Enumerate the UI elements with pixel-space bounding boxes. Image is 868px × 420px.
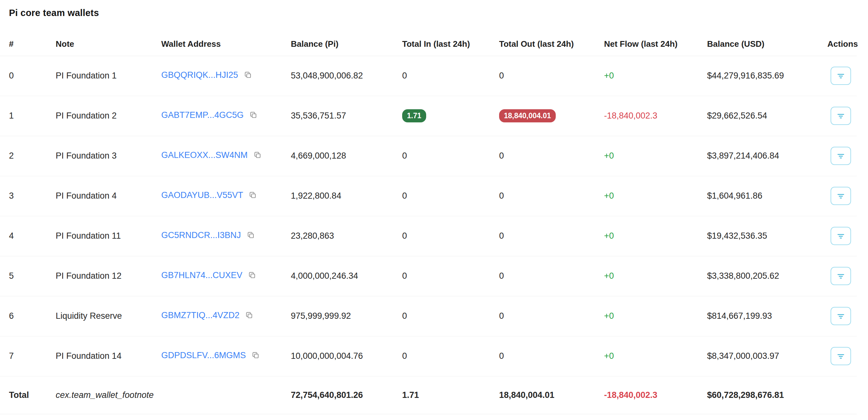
filter-icon (836, 271, 846, 281)
filter-icon (836, 151, 846, 161)
net-flow-value: -18,840,002.3 (604, 96, 707, 136)
wallet-address-link[interactable]: GALKEOXX...SW4NM (161, 150, 248, 160)
copy-icon[interactable] (249, 191, 257, 201)
row-index: 2 (0, 136, 56, 176)
total-out-value: 0 (499, 231, 504, 241)
wallet-address-cell: GBQQRIQK...HJI25 (161, 56, 291, 96)
total-in-cell: 0 (402, 136, 499, 176)
table-header-row: # Note Wallet Address Balance (Pi) Total… (0, 33, 857, 56)
wallet-address-cell: GAODAYUB...V55VT (161, 176, 291, 216)
total-actions-cell (827, 376, 857, 414)
total-out-sum: 18,840,004.01 (499, 376, 604, 414)
filter-action-button[interactable] (831, 107, 851, 125)
balance-usd: $3,338,800,205.62 (707, 256, 827, 296)
col-header-balance-usd: Balance (USD) (707, 33, 827, 56)
col-header-index: # (0, 33, 56, 56)
filter-action-button[interactable] (831, 267, 851, 285)
col-header-address: Wallet Address (161, 33, 291, 56)
copy-icon[interactable] (245, 311, 253, 321)
table-row: 1 PI Foundation 2 GABT7EMP...4GC5G 35,53… (0, 96, 857, 136)
copy-icon[interactable] (249, 111, 257, 121)
total-out-cell: 0 (499, 56, 604, 96)
total-in-value: 0 (402, 271, 407, 281)
filter-icon (836, 71, 846, 81)
filter-icon (836, 231, 846, 241)
actions-cell (827, 136, 857, 176)
total-in-value: 0 (402, 311, 407, 321)
filter-action-button[interactable] (831, 187, 851, 205)
balance-usd: $814,667,199.93 (707, 296, 827, 336)
balance-pi: 4,000,000,246.34 (291, 256, 402, 296)
total-out-cell: 0 (499, 176, 604, 216)
total-in-sum: 1.71 (402, 376, 499, 414)
copy-icon[interactable] (253, 151, 262, 162)
copy-icon[interactable] (244, 71, 252, 81)
col-header-total-out: Total Out (last 24h) (499, 33, 604, 56)
total-in-value: 0 (402, 351, 407, 361)
balance-pi: 23,280,863 (291, 216, 402, 256)
table-row: 6 Liquidity Reserve GBMZ7TIQ...4VZD2 975… (0, 296, 857, 336)
filter-icon (836, 191, 846, 201)
row-index: 7 (0, 336, 56, 376)
actions-cell (827, 96, 857, 136)
total-out-cell: 18,840,004.01 (499, 96, 604, 136)
balance-pi: 975,999,999.92 (291, 296, 402, 336)
total-out-cell: 0 (499, 256, 604, 296)
wallet-address-link[interactable]: GBQQRIQK...HJI25 (161, 70, 238, 80)
wallet-address-link[interactable]: GAODAYUB...V55VT (161, 190, 243, 200)
copy-icon[interactable] (247, 231, 255, 242)
balance-pi: 35,536,751.57 (291, 96, 402, 136)
net-flow-value: +0 (604, 176, 707, 216)
actions-cell (827, 296, 857, 336)
filter-action-button[interactable] (831, 347, 851, 365)
total-in-cell: 0 (402, 336, 499, 376)
total-in-cell: 0 (402, 176, 499, 216)
total-footnote: cex.team_wallet_footnote (56, 376, 161, 414)
copy-icon[interactable] (248, 271, 256, 282)
balance-usd: $29,662,526.54 (707, 96, 827, 136)
total-address-cell (161, 376, 291, 414)
filter-action-button[interactable] (831, 147, 851, 165)
filter-icon (836, 311, 846, 321)
wallet-address-link[interactable]: GB7HLN74...CUXEV (161, 271, 243, 280)
total-out-cell: 0 (499, 216, 604, 256)
net-flow-value: +0 (604, 56, 707, 96)
wallet-address-link[interactable]: GBMZ7TIQ...4VZD2 (161, 310, 240, 320)
balance-usd: $8,347,000,003.97 (707, 336, 827, 376)
filter-action-button[interactable] (831, 307, 851, 325)
wallet-note: PI Foundation 1 (56, 56, 161, 96)
total-out-cell: 0 (499, 136, 604, 176)
total-in-value: 0 (402, 71, 407, 80)
filter-icon (836, 352, 846, 361)
actions-cell (827, 256, 857, 296)
actions-cell (827, 176, 857, 216)
total-in-value: 0 (402, 151, 407, 161)
balance-usd: $19,432,536.35 (707, 216, 827, 256)
net-flow-value: +0 (604, 256, 707, 296)
wallet-address-link[interactable]: GDPDSLFV...6MGMS (161, 351, 246, 360)
filter-action-button[interactable] (831, 227, 851, 245)
actions-cell (827, 216, 857, 256)
total-out-badge: 18,840,004.01 (499, 109, 556, 122)
balance-usd: $1,604,961.86 (707, 176, 827, 216)
row-index: 6 (0, 296, 56, 336)
total-balance-usd: $60,728,298,676.81 (707, 376, 827, 414)
row-index: 3 (0, 176, 56, 216)
table-row: 2 PI Foundation 3 GALKEOXX...SW4NM 4,669… (0, 136, 857, 176)
filter-action-button[interactable] (831, 67, 851, 85)
total-in-cell: 0 (402, 216, 499, 256)
total-out-value: 0 (499, 71, 504, 80)
copy-icon[interactable] (251, 351, 260, 362)
table-row: 7 PI Foundation 14 GDPDSLFV...6MGMS 10,0… (0, 336, 857, 376)
wallet-address-cell: GDPDSLFV...6MGMS (161, 336, 291, 376)
row-index: 0 (0, 56, 56, 96)
wallet-address-link[interactable]: GC5RNDCR...I3BNJ (161, 230, 241, 240)
total-in-value: 0 (402, 191, 407, 200)
table-row: 0 PI Foundation 1 GBQQRIQK...HJI25 53,04… (0, 56, 857, 96)
wallet-note: PI Foundation 14 (56, 336, 161, 376)
wallet-address-link[interactable]: GABT7EMP...4GC5G (161, 110, 244, 120)
wallet-address-cell: GB7HLN74...CUXEV (161, 256, 291, 296)
wallet-note: PI Foundation 3 (56, 136, 161, 176)
total-out-value: 0 (499, 351, 504, 361)
wallet-note: Liquidity Reserve (56, 296, 161, 336)
